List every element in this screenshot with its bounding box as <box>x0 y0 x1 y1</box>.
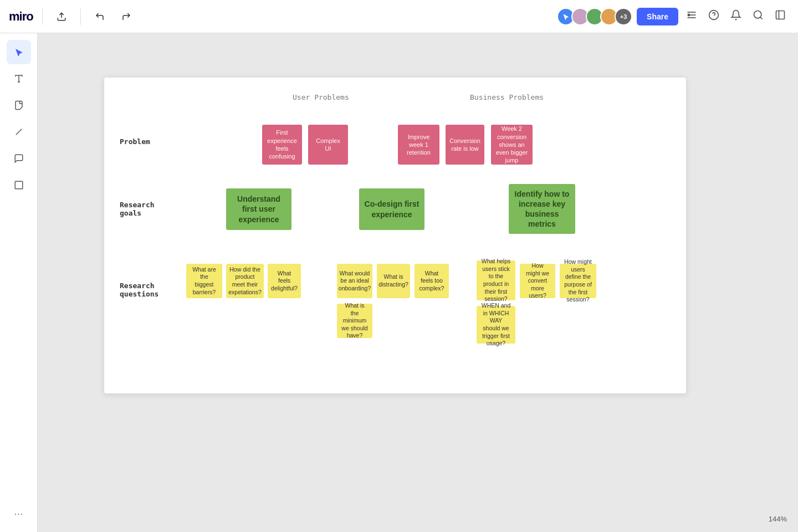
svg-rect-9 <box>776 11 785 19</box>
undo-icon <box>95 12 105 22</box>
panel-icon[interactable] <box>771 6 789 27</box>
sticky-product-expetations[interactable]: How did the product meet their expetatio… <box>226 264 264 298</box>
settings-icon[interactable] <box>683 6 700 27</box>
sticky-minimum[interactable]: What is the minimum we should have? <box>337 304 372 338</box>
topbar-left: miro <box>9 7 136 27</box>
sticky-identify-metrics[interactable]: Identify how to increase key business me… <box>509 184 575 234</box>
notification-icon[interactable] <box>727 6 745 27</box>
svg-point-7 <box>754 11 761 18</box>
tool-text[interactable] <box>7 66 31 91</box>
topbar-right: +3 Share <box>557 6 789 27</box>
problem-label: Problem <box>120 137 150 146</box>
redo-icon <box>121 12 131 22</box>
sticky-understand-ux[interactable]: Understand first user experience <box>226 188 291 230</box>
svg-line-8 <box>760 17 763 19</box>
sticky-users-stick[interactable]: What helps users stick to the product in… <box>477 260 515 300</box>
logo[interactable]: miro <box>9 9 33 24</box>
sticky-biggest-barriers[interactable]: What are the biggest barriers? <box>186 264 222 298</box>
sidebar: ··· <box>0 33 38 532</box>
sticky-delightful[interactable]: What feels delightful? <box>268 264 301 298</box>
share-button[interactable]: Share <box>637 8 678 25</box>
undo-button[interactable] <box>90 7 110 27</box>
avatar-more: +3 <box>615 8 632 25</box>
sticky-codesign[interactable]: Co-design first experience <box>359 188 424 230</box>
svg-point-4 <box>688 14 689 16</box>
avatar-group: +3 <box>557 8 632 25</box>
divider-2 <box>80 8 81 25</box>
sticky-convert-users[interactable]: How might we convert more users? <box>520 264 555 298</box>
business-problems-header: Business Problems <box>470 93 544 101</box>
search-icon[interactable] <box>749 6 767 27</box>
tool-cursor[interactable] <box>7 40 31 64</box>
research-goals-label: Research goals <box>120 201 155 217</box>
zoom-indicator: 144% <box>769 515 787 523</box>
research-questions-label: Research questions <box>120 282 158 298</box>
sticky-first-experience[interactable]: First experience feels confusing <box>262 125 302 165</box>
upload-button[interactable] <box>52 7 71 27</box>
sticky-week2-conversion[interactable]: Week 2 conversion shows an even bigger j… <box>491 125 533 165</box>
sticky-distracting[interactable]: What is distracting? <box>377 264 410 298</box>
tool-line[interactable] <box>7 120 31 144</box>
sticky-define-purpose[interactable]: How might users define the purpose of th… <box>560 264 596 298</box>
upload-icon <box>57 12 66 22</box>
svg-rect-14 <box>15 181 23 189</box>
help-icon[interactable] <box>705 6 723 27</box>
board-frame: User Problems Business Problems Problem … <box>104 78 686 393</box>
svg-line-13 <box>16 129 22 135</box>
user-problems-header: User Problems <box>293 93 349 101</box>
sticky-complex-ui[interactable]: Complex UI <box>308 125 348 165</box>
tool-sticky[interactable] <box>7 93 31 117</box>
topbar: miro +3 Share <box>0 0 798 33</box>
sticky-ideal-onboarding[interactable]: What would be an ideal onboarding? <box>337 264 372 298</box>
sticky-improve-retention[interactable]: Improve week 1 retention <box>398 125 439 165</box>
tool-frame[interactable] <box>7 173 31 197</box>
sticky-when-which-way[interactable]: WHEN and in WHICH WAY should we trigger … <box>477 306 515 344</box>
sticky-conversion-rate[interactable]: Conversion rate is low <box>446 125 484 165</box>
divider-1 <box>42 8 43 25</box>
tool-comment[interactable] <box>7 146 31 171</box>
canvas: User Problems Business Problems Problem … <box>38 33 798 532</box>
redo-button[interactable] <box>116 7 136 27</box>
tool-more[interactable]: ··· <box>7 501 31 525</box>
sticky-too-complex[interactable]: What feels too complex? <box>415 264 449 298</box>
